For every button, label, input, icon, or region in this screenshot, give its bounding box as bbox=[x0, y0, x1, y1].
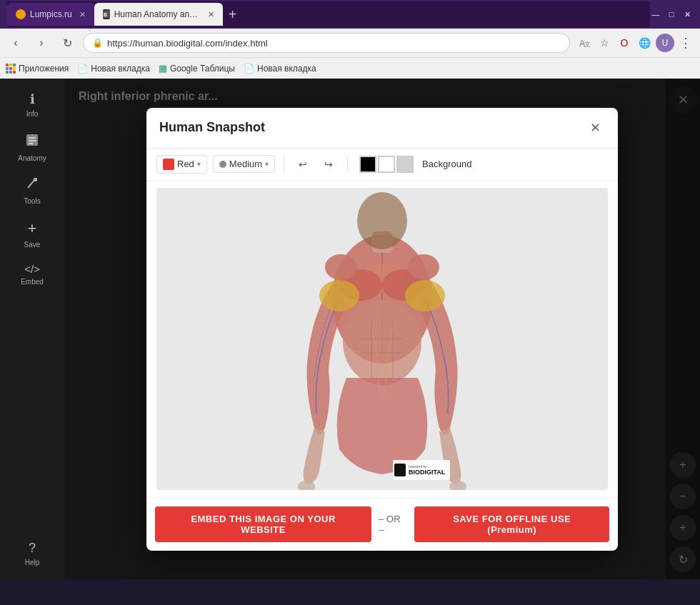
modal-footer: EMBED THIS IMAGE ON YOUR WEBSITE – OR – … bbox=[146, 497, 618, 551]
modal-close-button[interactable]: ✕ bbox=[585, 118, 605, 138]
address-input[interactable]: 🔒 https://human.biodigital.com/index.htm… bbox=[83, 33, 570, 53]
sidebar-item-embed[interactable]: </> Embed bbox=[4, 257, 61, 291]
embed-icon: </> bbox=[24, 263, 40, 275]
save-offline-button[interactable]: SAVE FOR OFFLINE USE (Premium) bbox=[414, 506, 609, 542]
snapshot-image-area: powered by BIODIGITAL bbox=[156, 188, 608, 490]
apps-grid-icon bbox=[6, 64, 16, 74]
reload-button[interactable]: ↻ bbox=[57, 33, 77, 53]
tab-biodigital[interactable]: B Human Anatomy and Disease in ✕ bbox=[94, 3, 223, 26]
bookmark-star-icon[interactable]: ☆ bbox=[596, 34, 613, 51]
redo-icon: ↪ bbox=[324, 159, 333, 170]
anatomy-figure-svg: powered by BIODIGITAL bbox=[268, 188, 496, 490]
snapshot-toolbar: Red ▾ Medium ▾ ↩ bbox=[146, 149, 618, 181]
undo-icon: ↩ bbox=[299, 159, 307, 170]
size-select-dropdown[interactable]: Medium ▾ bbox=[213, 155, 275, 173]
color-swatch-red bbox=[163, 159, 174, 170]
redo-button[interactable]: ↪ bbox=[319, 154, 339, 174]
tab-biodigital-close[interactable]: ✕ bbox=[208, 10, 214, 19]
bookmark-newtab2[interactable]: 📄 Новая вкладка bbox=[244, 64, 316, 74]
address-bar-row: ‹ › ↻ 🔒 https://human.biodigital.com/ind… bbox=[0, 29, 700, 57]
tab-biodigital-label: Human Anatomy and Disease in bbox=[114, 9, 201, 19]
page-icon-2: 📄 bbox=[244, 64, 254, 74]
lock-icon: 🔒 bbox=[92, 38, 103, 48]
or-divider: – OR – bbox=[379, 514, 407, 535]
tab-lumpics-label: Lumpics.ru bbox=[30, 9, 72, 19]
bookmarks-bar: Приложения 📄 Новая вкладка ▦ Google Табл… bbox=[0, 57, 700, 79]
svg-rect-5 bbox=[29, 137, 36, 139]
modal-title: Human Snapshot bbox=[159, 120, 265, 135]
bookmark-apps[interactable]: Приложения bbox=[6, 64, 69, 74]
maximize-button[interactable]: □ bbox=[666, 9, 677, 20]
bookmark-newtab1[interactable]: 📄 Новая вкладка bbox=[77, 64, 150, 74]
bookmark-newtab2-label: Новая вкладка bbox=[257, 64, 316, 74]
color-select-dropdown[interactable]: Red ▾ bbox=[156, 155, 207, 174]
tab-lumpics[interactable]: Lumpics.ru ✕ bbox=[7, 3, 94, 26]
undo-button[interactable]: ↩ bbox=[293, 154, 313, 174]
add-tab-button[interactable]: + bbox=[223, 4, 243, 24]
left-sidebar: ℹ Info Anatomy Tools + Save </> Embed ? … bbox=[0, 79, 64, 579]
close-window-button[interactable]: ✕ bbox=[681, 9, 693, 20]
background-swatches bbox=[359, 156, 414, 173]
sidebar-save-label: Save bbox=[24, 241, 41, 249]
svg-rect-7 bbox=[29, 143, 33, 144]
svg-point-23 bbox=[405, 280, 445, 311]
page-icon-1: 📄 bbox=[77, 64, 88, 74]
menu-icon[interactable]: ⋮ bbox=[677, 34, 694, 51]
color-chevron-icon: ▾ bbox=[197, 160, 201, 168]
address-icons: A文 ☆ O 🌐 U ⋮ bbox=[576, 34, 694, 52]
app-area: ℹ Info Anatomy Tools + Save </> Embed ? … bbox=[0, 79, 700, 579]
svg-point-27 bbox=[357, 192, 407, 249]
bookmark-newtab1-label: Новая вкладка bbox=[91, 64, 150, 74]
sidebar-item-help[interactable]: ? Help bbox=[4, 535, 61, 572]
size-label: Medium bbox=[229, 159, 262, 169]
sidebar-item-anatomy[interactable]: Anatomy bbox=[4, 126, 61, 168]
svg-text:B: B bbox=[104, 12, 107, 17]
vpn-icon[interactable]: 🌐 bbox=[636, 34, 653, 51]
help-icon: ? bbox=[29, 541, 36, 556]
address-text[interactable]: https://human.biodigital.com/index.html bbox=[107, 38, 268, 49]
svg-point-17 bbox=[343, 299, 421, 385]
background-label: Background bbox=[422, 159, 471, 169]
bookmark-gsheets-label: Google Таблицы bbox=[170, 64, 235, 74]
embed-image-button[interactable]: EMBED THIS IMAGE ON YOUR WEBSITE bbox=[155, 506, 371, 542]
svg-rect-9 bbox=[34, 178, 37, 181]
bg-swatch-black[interactable] bbox=[359, 156, 376, 173]
bg-swatch-white[interactable] bbox=[378, 156, 395, 173]
minimize-button[interactable]: — bbox=[650, 9, 661, 20]
tools-icon bbox=[25, 176, 39, 194]
toolbar-separator-2 bbox=[347, 156, 348, 172]
svg-point-24 bbox=[325, 254, 356, 280]
sidebar-embed-label: Embed bbox=[21, 278, 44, 286]
save-icon: + bbox=[28, 219, 37, 238]
size-chevron-icon: ▾ bbox=[265, 160, 269, 168]
bg-swatch-lightgray[interactable] bbox=[396, 156, 414, 173]
snapshot-modal: Human Snapshot ✕ Red ▾ Medium ▾ bbox=[146, 108, 618, 551]
size-dot-icon bbox=[219, 161, 226, 168]
sidebar-item-tools[interactable]: Tools bbox=[4, 171, 61, 211]
bookmark-gsheets[interactable]: ▦ Google Таблицы bbox=[159, 63, 235, 74]
color-label: Red bbox=[177, 159, 194, 169]
sidebar-item-save[interactable]: + Save bbox=[4, 214, 61, 254]
back-button[interactable]: ‹ bbox=[6, 33, 26, 53]
tab-lumpics-close[interactable]: ✕ bbox=[79, 10, 86, 19]
profile-avatar[interactable]: U bbox=[656, 34, 674, 52]
sidebar-help-label: Help bbox=[25, 559, 40, 566]
svg-rect-6 bbox=[29, 140, 36, 141]
sheets-icon: ▦ bbox=[159, 63, 167, 74]
modal-overlay: Human Snapshot ✕ Red ▾ Medium ▾ bbox=[64, 79, 700, 579]
window-controls: — □ ✕ bbox=[650, 9, 693, 20]
sidebar-item-info[interactable]: ℹ Info bbox=[4, 86, 61, 124]
forward-button[interactable]: › bbox=[31, 33, 51, 53]
favicon-bio: B bbox=[103, 9, 110, 19]
translate-icon[interactable]: A文 bbox=[576, 34, 593, 51]
sidebar-tools-label: Tools bbox=[24, 197, 40, 205]
opera-icon[interactable]: O bbox=[616, 34, 633, 51]
toolbar-separator-1 bbox=[284, 156, 284, 172]
svg-text:文: 文 bbox=[584, 41, 591, 48]
svg-text:BIODIGITAL: BIODIGITAL bbox=[409, 469, 446, 476]
svg-rect-30 bbox=[394, 464, 406, 476]
avatar-initial: U bbox=[662, 38, 669, 48]
add-tab-icon: + bbox=[229, 6, 237, 23]
svg-point-25 bbox=[408, 254, 439, 280]
background-area: Right inferior phrenic ar... ✕ + − + ↻ H… bbox=[64, 79, 700, 579]
